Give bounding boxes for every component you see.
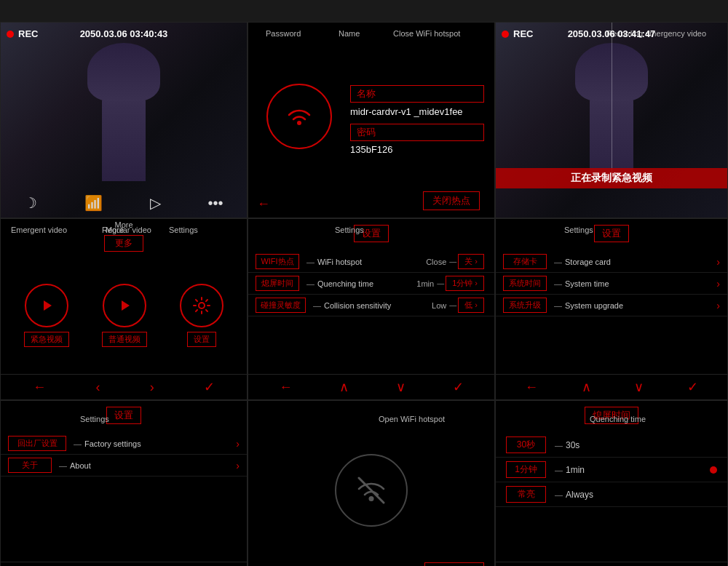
wifi-signal-icon	[283, 100, 315, 132]
settings-title-cn-1: 设置	[354, 225, 389, 242]
quench-1min-cn: 1分钟	[506, 461, 546, 478]
regular-video-group: 普通视频	[102, 284, 147, 347]
emergency-banner: 正在录制紧急视频	[496, 168, 727, 188]
settings-panel-3: 设置 回出厂设置 — Factory settings › 关于 — About…	[0, 400, 248, 566]
time-row-cn: 系统时间	[503, 276, 547, 291]
svg-marker-1	[122, 300, 130, 311]
gear-icon	[192, 296, 211, 315]
nav-bar-settings1: ← ∧ ∨ ✓	[248, 374, 494, 399]
quench-always-cn: 常亮	[506, 486, 546, 503]
emergent-video-button[interactable]	[25, 284, 68, 327]
upgrade-arrow[interactable]: ›	[716, 300, 720, 311]
nav-ok-s2[interactable]: ✓	[687, 379, 698, 395]
nav-down-s1[interactable]: ∨	[396, 379, 405, 395]
nav-back-2[interactable]: ←	[33, 380, 46, 395]
quench-row-30s: 30秒 — 30s	[496, 433, 727, 458]
emergency-text-cn: 正在录制紧急视频	[571, 172, 652, 183]
nav-back-s1[interactable]: ←	[279, 380, 292, 395]
open-wifi-panel: 开启热点 ← ∧ ∨ ✓	[248, 400, 495, 566]
storage-arrow[interactable]: ›	[716, 256, 720, 268]
settings-list-3: 回出厂设置 — Factory settings › 关于 — About ›	[1, 430, 247, 562]
nav-down-s2[interactable]: ∨	[634, 379, 644, 395]
quench-row-en: Quenching time	[317, 279, 416, 288]
about-row-en: About	[70, 461, 236, 470]
settings-title-row-2: 设置	[496, 219, 727, 248]
camera-feed-2: REC 2050.03.06 03:41:47 正在录制紧急视频	[495, 22, 728, 218]
nav-back-s2[interactable]: ←	[525, 380, 538, 395]
nav-bar-quench: ← ∧ ∨ ✓	[496, 562, 727, 566]
quench-30s-en: 30s	[566, 440, 717, 450]
rec-dot-2	[502, 31, 509, 38]
settings-gear-button[interactable]	[180, 284, 223, 327]
settings-row-wifi: WIFI热点 — WiFi hotspot Close — 关 ›	[248, 251, 494, 273]
regular-video-button[interactable]	[103, 284, 146, 327]
wifi-name-value: midr-cardvr-v1 _midev1fee	[350, 105, 484, 119]
rec-indicator-1: REC	[7, 28, 38, 39]
settings-row-storage: 存储卡 — Storage card ›	[496, 251, 727, 273]
wifi-off-circle	[335, 454, 408, 527]
collision-row-value[interactable]: 低 ›	[458, 298, 484, 313]
nav-prev-2[interactable]: ‹	[95, 380, 100, 395]
upgrade-row-cn: 系统升级	[503, 298, 547, 313]
nav-next-2[interactable]: ›	[150, 380, 154, 395]
collision-row-en: Collision sensitivity	[324, 301, 432, 310]
settings-icon-group: 设置	[180, 284, 223, 347]
wifi-off-icon	[353, 472, 389, 509]
wifi-password-label-cn: 密码	[350, 124, 484, 141]
settings-row-upgrade: 系统升级 — System upgrade ›	[496, 295, 727, 316]
settings-title-row-1: 设置	[248, 219, 494, 248]
settings-row-about: 关于 — About ›	[1, 455, 247, 477]
settings-row-quench: 熄屏时间 — Quenching time 1min — 1分钟 ›	[248, 273, 494, 295]
nav-ok-s1[interactable]: ✓	[453, 379, 464, 395]
nav-bar-2: ← ‹ › ✓	[1, 374, 247, 399]
rec-dot-1	[7, 31, 14, 38]
emergent-video-group: 紧急视频	[24, 284, 69, 347]
settings-row-time: 系统时间 — System time ›	[496, 273, 727, 295]
settings-title-cn-2: 设置	[594, 225, 629, 242]
svg-point-2	[199, 303, 205, 308]
wifi-password-value: 135bF126	[350, 144, 484, 155]
time-row-en: System time	[565, 279, 716, 288]
emergent-label-cn: 紧急视频	[24, 332, 69, 347]
rec-text-2: REC	[513, 28, 533, 39]
settings-row-factory: 回出厂设置 — Factory settings ›	[1, 433, 247, 455]
nav-up-s1[interactable]: ∧	[339, 379, 349, 395]
close-hotspot-button[interactable]: 关闭热点	[423, 191, 480, 210]
settings-row-collision: 碰撞灵敏度 — Collision sensitivity Low — 低 ›	[248, 295, 494, 316]
nav-ok-2[interactable]: ✓	[204, 379, 215, 395]
quench-row-value[interactable]: 1分钟 ›	[446, 276, 484, 291]
factory-row-cn: 回出厂设置	[8, 436, 66, 451]
collision-row-cn: 碰撞灵敏度	[256, 298, 306, 313]
more-label-en: More	[114, 220, 132, 229]
back-arrow-wifi[interactable]: ←	[257, 196, 270, 212]
camera-icons-1: ☽ 📶 ▷ •••	[1, 194, 247, 212]
quench-title-row: 熄屏时间	[496, 401, 727, 430]
settings-label-cn: 设置	[187, 332, 216, 347]
wifi-icon-1[interactable]: 📶	[84, 194, 103, 212]
wifi-row-cn: WIFI热点	[256, 254, 299, 269]
quench-row-1min: 1分钟 — 1min	[496, 458, 727, 482]
low-label-en: Low	[432, 301, 446, 310]
factory-row-en: Factory settings	[84, 439, 236, 448]
more-icon-1[interactable]: •••	[208, 195, 223, 212]
wifi-row-value[interactable]: 关 ›	[458, 254, 484, 269]
selected-indicator	[710, 466, 717, 474]
more-button-cn[interactable]: 更多	[104, 235, 143, 252]
settings-list-1: WIFI热点 — WiFi hotspot Close — 关 › 熄屏时间 —…	[248, 248, 494, 374]
nav-up-s2[interactable]: ∧	[582, 379, 591, 395]
storage-row-cn: 存储卡	[503, 254, 547, 269]
factory-arrow[interactable]: ›	[236, 438, 240, 450]
settings-panel-1: 设置 WIFI热点 — WiFi hotspot Close — 关 › 熄屏时…	[248, 218, 495, 400]
play-icon-1[interactable]: ▷	[150, 194, 161, 212]
camera-icon-1[interactable]: ☽	[24, 194, 37, 212]
about-arrow[interactable]: ›	[236, 460, 240, 471]
settings-title-cn-3: 设置	[106, 407, 141, 424]
quench-list: 30秒 — 30s 1分钟 — 1min 常亮 — Always	[496, 430, 727, 562]
wifi-circle	[266, 84, 332, 149]
quench-always-en: Always	[566, 490, 717, 500]
wifi-hotspot-panel: 名称 midr-cardvr-v1 _midev1fee 密码 135bF126…	[248, 22, 495, 218]
play-triangle-icon	[39, 298, 55, 314]
time-arrow[interactable]: ›	[716, 278, 720, 290]
upgrade-row-en: System upgrade	[565, 301, 716, 310]
open-hotspot-button[interactable]: 开启热点	[424, 562, 484, 566]
